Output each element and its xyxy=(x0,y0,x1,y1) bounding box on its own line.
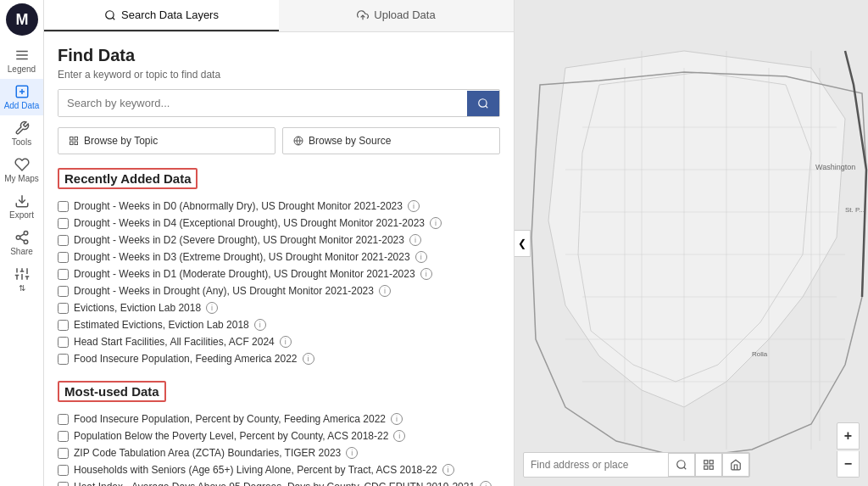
collapse-icon: ❮ xyxy=(518,237,526,249)
info-icon[interactable]: i xyxy=(442,464,454,476)
list-item: Drought - Weeks in D3 (Extreme Drought),… xyxy=(58,249,500,265)
search-bar xyxy=(58,89,500,117)
svg-rect-48 xyxy=(704,466,708,469)
map-grid-button[interactable] xyxy=(695,453,722,477)
item-checkbox[interactable] xyxy=(58,482,69,487)
item-label: Drought - Weeks in Drought (Any), US Dro… xyxy=(74,285,374,297)
info-icon[interactable]: i xyxy=(480,481,492,486)
item-label: Drought - Weeks in D2 (Severe Drought), … xyxy=(74,234,404,246)
item-checkbox[interactable] xyxy=(58,269,69,280)
info-icon[interactable]: i xyxy=(391,413,403,425)
tab-upload-label: Upload Data xyxy=(374,8,435,21)
item-checkbox[interactable] xyxy=(58,235,69,246)
sidebar-item-tools[interactable]: Tools xyxy=(0,115,43,152)
sidebar-item-legend-label: Legend xyxy=(8,64,36,74)
sidebar-item-tools-label: Tools xyxy=(12,137,31,147)
item-checkbox[interactable] xyxy=(58,252,69,263)
item-checkbox[interactable] xyxy=(58,320,69,331)
list-item: Food Insecure Population, Feeding Americ… xyxy=(58,350,500,367)
map-home-button[interactable] xyxy=(722,453,749,477)
info-icon[interactable]: i xyxy=(409,234,421,246)
zoom-out-icon: − xyxy=(844,456,852,472)
item-label: Population Below the Poverty Level, Perc… xyxy=(74,430,388,442)
list-item: Heat Index - Average Days Above 95 Degre… xyxy=(58,478,500,486)
item-checkbox[interactable] xyxy=(58,218,69,229)
info-icon[interactable]: i xyxy=(206,302,218,314)
info-icon[interactable]: i xyxy=(393,430,405,442)
browse-topic-label: Browse by Topic xyxy=(84,135,158,147)
svg-rect-47 xyxy=(709,461,713,464)
recently-added-section: Recently Added Data Drought - Weeks in D… xyxy=(58,168,500,367)
tab-search[interactable]: Search Data Layers xyxy=(44,0,279,31)
sidebar-item-export[interactable]: Export xyxy=(0,188,43,225)
search-input[interactable] xyxy=(58,90,467,116)
zoom-out-button[interactable]: − xyxy=(837,451,860,478)
svg-point-9 xyxy=(24,232,28,236)
item-label: Drought - Weeks in D4 (Exceptional Droug… xyxy=(74,217,425,229)
browse-by-topic-button[interactable]: Browse by Topic xyxy=(58,127,275,154)
sidebar-item-share-label: Share xyxy=(10,247,33,256)
svg-text:Rolla: Rolla xyxy=(752,350,768,358)
svg-rect-28 xyxy=(70,137,74,141)
item-checkbox[interactable] xyxy=(58,201,69,212)
info-icon[interactable]: i xyxy=(430,217,442,229)
svg-point-26 xyxy=(479,98,487,106)
item-label: ZIP Code Tabulation Area (ZCTA) Boundari… xyxy=(74,447,341,459)
zoom-in-icon: + xyxy=(844,428,852,444)
list-item: Food Insecure Population, Percent by Cou… xyxy=(58,411,500,427)
info-icon[interactable]: i xyxy=(408,200,420,212)
sidebar-item-adjust[interactable]: ⇅ xyxy=(0,261,43,298)
page-title: Find Data xyxy=(58,46,500,65)
app-logo: M xyxy=(6,3,38,36)
sidebar-item-share[interactable]: Share xyxy=(0,225,43,261)
info-icon[interactable]: i xyxy=(346,447,358,459)
tab-upload[interactable]: Upload Data xyxy=(279,0,514,31)
info-icon[interactable]: i xyxy=(379,285,391,297)
tabs-bar: Search Data Layers Upload Data xyxy=(44,0,514,32)
item-checkbox[interactable] xyxy=(58,354,69,365)
info-icon[interactable]: i xyxy=(420,268,432,280)
svg-rect-49 xyxy=(709,466,713,469)
list-item: Drought - Weeks in D0 (Abnormally Dry), … xyxy=(58,198,500,215)
info-icon[interactable]: i xyxy=(280,336,292,348)
collapse-panel-button[interactable]: ❮ xyxy=(515,230,531,257)
sidebar-item-my-maps[interactable]: My Maps xyxy=(0,152,43,188)
most-used-header: Most-used Data xyxy=(58,381,166,402)
info-icon[interactable]: i xyxy=(254,319,266,331)
browse-by-source-button[interactable]: Browse by Source xyxy=(282,127,500,154)
map-search-button[interactable] xyxy=(668,453,695,477)
info-icon[interactable]: i xyxy=(415,251,427,263)
list-item: Drought - Weeks in Drought (Any), US Dro… xyxy=(58,282,500,299)
item-checkbox[interactable] xyxy=(58,286,69,297)
list-item: Households with Seniors (Age 65+) Living… xyxy=(58,461,500,478)
info-icon[interactable]: i xyxy=(303,353,314,365)
map-zoom-controls: + − xyxy=(837,422,860,478)
map-search-bar xyxy=(523,452,750,478)
list-item: Head Start Facilities, All Facilities, A… xyxy=(58,333,500,350)
item-checkbox[interactable] xyxy=(58,337,69,348)
item-checkbox[interactable] xyxy=(58,431,69,442)
svg-line-12 xyxy=(19,238,24,241)
main-panel: Search Data Layers Upload Data Find Data… xyxy=(44,0,515,486)
item-checkbox[interactable] xyxy=(58,303,69,314)
svg-point-44 xyxy=(677,461,685,468)
sidebar-item-legend[interactable]: Legend xyxy=(0,42,43,79)
item-label: Head Start Facilities, All Facilities, A… xyxy=(74,336,275,348)
browse-source-label: Browse by Source xyxy=(309,135,391,147)
zoom-in-button[interactable]: + xyxy=(837,422,860,450)
svg-line-27 xyxy=(486,105,488,108)
sidebar-item-add-data[interactable]: Add Data xyxy=(0,79,43,115)
map-search-input[interactable] xyxy=(524,454,668,476)
item-checkbox[interactable] xyxy=(58,414,69,425)
svg-point-11 xyxy=(24,240,28,244)
item-label: Estimated Evictions, Eviction Lab 2018 xyxy=(74,319,249,331)
search-button[interactable] xyxy=(467,91,499,116)
item-checkbox[interactable] xyxy=(58,448,69,459)
item-label: Evictions, Eviction Lab 2018 xyxy=(74,302,201,314)
item-label: Drought - Weeks in D1 (Moderate Drought)… xyxy=(74,268,415,280)
list-item: ZIP Code Tabulation Area (ZCTA) Boundari… xyxy=(58,444,500,461)
map-svg: Washington St. P... Rolla xyxy=(515,0,868,486)
most-used-list: Food Insecure Population, Percent by Cou… xyxy=(58,411,500,486)
item-checkbox[interactable] xyxy=(58,465,69,476)
item-label: Households with Seniors (Age 65+) Living… xyxy=(74,464,437,476)
